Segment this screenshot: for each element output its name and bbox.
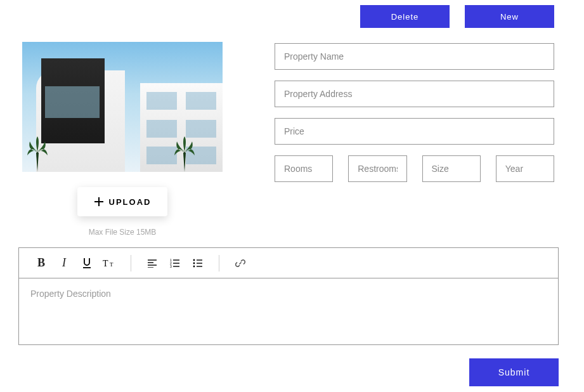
- svg-point-17: [193, 265, 195, 267]
- bold-icon[interactable]: B: [30, 252, 52, 274]
- restrooms-field[interactable]: [348, 155, 406, 182]
- bulleted-list-icon[interactable]: [187, 252, 209, 274]
- delete-button[interactable]: Delete: [360, 5, 450, 28]
- property-name-field[interactable]: [275, 43, 554, 70]
- submit-button[interactable]: Submit: [469, 358, 559, 386]
- upload-button[interactable]: UPLOAD: [77, 187, 168, 216]
- svg-text:T: T: [103, 259, 108, 268]
- toolbar-separator: [131, 255, 131, 271]
- link-icon[interactable]: [230, 252, 251, 274]
- new-button[interactable]: New: [465, 5, 554, 28]
- align-left-icon[interactable]: [141, 252, 163, 274]
- svg-point-13: [193, 259, 195, 261]
- svg-text:T: T: [110, 261, 114, 268]
- text-size-icon[interactable]: TT: [99, 252, 120, 274]
- upload-hint: Max File Size 15MB: [89, 228, 157, 237]
- svg-point-15: [193, 262, 195, 264]
- svg-text:3: 3: [170, 265, 172, 268]
- underline-icon[interactable]: [76, 252, 98, 274]
- rooms-field[interactable]: [275, 155, 333, 182]
- toolbar-separator: [219, 255, 219, 271]
- property-address-field[interactable]: [275, 81, 554, 107]
- description-textarea[interactable]: Property Description: [19, 278, 558, 344]
- plus-icon: [94, 197, 104, 207]
- size-field[interactable]: [422, 155, 481, 182]
- italic-icon[interactable]: I: [53, 252, 75, 274]
- year-field[interactable]: [496, 155, 554, 182]
- editor-toolbar: B I TT 123: [19, 248, 558, 278]
- numbered-list-icon[interactable]: 123: [164, 252, 186, 274]
- upload-label: UPLOAD: [109, 197, 152, 207]
- price-field[interactable]: [275, 118, 554, 145]
- description-editor: B I TT 123 Property Description: [18, 247, 559, 345]
- property-image: [22, 42, 223, 172]
